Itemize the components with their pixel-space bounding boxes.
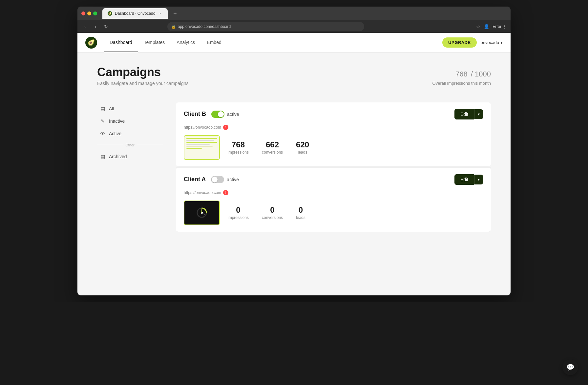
sidebar-item-inactive[interactable]: ✎ Inactive <box>97 115 163 127</box>
page-title: Campaigns <box>97 66 189 79</box>
spinner-svg <box>195 206 208 219</box>
url-text: app.onvocado.com/dashboard <box>178 24 231 29</box>
campaign-list: Client B active Edit ▾ <box>176 102 491 233</box>
close-window-button[interactable] <box>81 11 85 15</box>
stat-impressions-val-client-b: 768 <box>228 140 249 149</box>
nav-links: Dashboard Templates Analytics Embed <box>104 33 227 52</box>
campaign-body-client-a: 0 impressions 0 conversions 0 leads <box>184 201 483 225</box>
campaign-card-client-a: Client A active Edit ▾ <box>176 168 491 232</box>
url-text-client-b: https://onvocado.com <box>184 125 221 130</box>
sidebar-item-all[interactable]: ▤ All <box>97 102 163 115</box>
logo: 🥑 <box>85 37 97 49</box>
campaign-name-client-a: Client A <box>184 176 206 183</box>
edit-dropdown-client-b[interactable]: ▾ <box>474 109 483 119</box>
nav-analytics[interactable]: Analytics <box>171 33 201 52</box>
upgrade-button[interactable]: UPGRADE <box>442 37 477 48</box>
divider-label: Other <box>125 143 135 147</box>
page-title-section: Campaigns Easily navigate and manage you… <box>97 66 189 86</box>
stat-leads-client-b: 620 leads <box>296 140 309 155</box>
campaign-thumbnail-client-a[interactable] <box>184 201 220 225</box>
stat-leads-client-a: 0 leads <box>296 205 305 220</box>
page-header: Campaigns Easily navigate and manage you… <box>97 66 491 86</box>
campaign-actions-client-b: Edit ▾ <box>454 109 483 119</box>
campaign-url-client-b: https://onvocado.com ! <box>184 125 483 130</box>
thumb-line-5 <box>186 146 213 147</box>
impressions-counter: 768 / 1000 Overall Impressions this mont… <box>432 66 491 86</box>
profile-icon[interactable]: 👤 <box>484 24 489 29</box>
user-label: onvocado <box>481 40 499 45</box>
campaign-actions-client-a: Edit ▾ <box>454 174 483 185</box>
stat-leads-val-client-a: 0 <box>296 205 305 215</box>
stats-row-client-b: 768 impressions 662 conversions 620 lead… <box>228 140 309 155</box>
sidebar-item-archived[interactable]: ▤ Archived <box>97 150 163 163</box>
sidebar-label-all: All <box>109 106 114 111</box>
campaign-card-client-b: Client B active Edit ▾ <box>176 102 491 167</box>
tab-close-button[interactable]: × <box>158 11 162 16</box>
toggle-client-b[interactable] <box>211 111 224 118</box>
toggle-container-client-a: active <box>211 176 239 183</box>
stat-conversions-val-client-a: 0 <box>262 205 283 215</box>
toggle-label-client-a: active <box>227 177 239 182</box>
refresh-button[interactable]: ↻ <box>102 23 110 30</box>
sidebar-label-inactive: Inactive <box>109 118 125 124</box>
sidebar-item-active[interactable]: 👁 Active <box>97 127 163 140</box>
impressions-max: 1000 <box>475 70 491 78</box>
toggle-knob-client-a <box>212 177 218 182</box>
warning-icon-client-a: ! <box>223 190 228 195</box>
browser-tab[interactable]: 🥑 Dashboard · Onvocado × <box>102 8 168 19</box>
bookmark-icon[interactable]: ☆ <box>476 24 480 29</box>
new-tab-button[interactable]: + <box>170 9 179 18</box>
toggle-knob-client-b <box>218 111 224 117</box>
minimize-window-button[interactable] <box>87 11 91 15</box>
browser-controls: ☆ 👤 Error ⋮ <box>476 24 507 29</box>
warning-icon-client-b: ! <box>223 125 228 130</box>
error-indicator: Error ⋮ <box>493 24 507 29</box>
forward-button[interactable]: › <box>92 23 99 30</box>
stat-impressions-val-client-a: 0 <box>228 205 249 215</box>
traffic-lights <box>81 11 97 15</box>
user-menu[interactable]: onvocado ▾ <box>481 40 503 45</box>
url-text-client-a: https://onvocado.com <box>184 190 221 195</box>
maximize-window-button[interactable] <box>93 11 97 15</box>
url-bar[interactable]: 🔒 app.onvocado.com/dashboard <box>167 22 364 31</box>
edit-button-client-a[interactable]: Edit <box>454 174 474 185</box>
svg-line-3 <box>202 213 204 215</box>
stats-row-client-a: 0 impressions 0 conversions 0 leads <box>228 205 305 220</box>
archive-icon: ▤ <box>100 154 106 160</box>
thumb-line-2 <box>186 140 214 141</box>
toggle-client-a[interactable] <box>211 176 224 183</box>
main-content: Campaigns Easily navigate and manage you… <box>77 53 511 246</box>
browser-window: 🥑 Dashboard · Onvocado × + ‹ › ↻ 🔒 app.o… <box>77 7 511 295</box>
stat-impressions-client-a: 0 impressions <box>228 205 249 220</box>
list-icon: ▤ <box>100 106 106 112</box>
nav-embed[interactable]: Embed <box>201 33 227 52</box>
campaign-header-client-a: Client A active Edit ▾ <box>184 174 483 185</box>
tab-favicon: 🥑 <box>108 11 112 16</box>
nav-dashboard[interactable]: Dashboard <box>104 33 138 52</box>
thumbnail-inner-client-b <box>184 136 219 159</box>
stat-conversions-client-b: 662 conversions <box>262 140 283 155</box>
stat-conversions-client-a: 0 conversions <box>262 205 283 220</box>
back-button[interactable]: ‹ <box>81 23 89 30</box>
eye-icon: 👁 <box>100 131 106 137</box>
content-layout: ▤ All ✎ Inactive 👁 Active Other <box>97 102 491 233</box>
sidebar: ▤ All ✎ Inactive 👁 Active Other <box>97 102 163 233</box>
address-bar: ‹ › ↻ 🔒 app.onvocado.com/dashboard ☆ 👤 E… <box>77 20 511 33</box>
tab-title: Dashboard · Onvocado <box>115 11 155 16</box>
impressions-label: Overall Impressions this month <box>432 81 491 86</box>
thumb-line-3 <box>186 142 217 143</box>
edit-icon: ✎ <box>100 118 106 124</box>
thumb-line-6 <box>186 148 202 149</box>
user-dropdown-icon: ▾ <box>500 40 503 45</box>
top-nav: 🥑 Dashboard Templates Analytics Embed UP… <box>77 33 511 53</box>
stat-leads-label-client-b: leads <box>296 150 309 155</box>
stat-impressions-label-client-b: impressions <box>228 150 249 155</box>
campaign-body-client-b: 768 impressions 662 conversions 620 lead… <box>184 135 483 160</box>
edit-dropdown-client-a[interactable]: ▾ <box>474 175 483 184</box>
stat-leads-label-client-a: leads <box>296 215 305 220</box>
campaign-header-client-b: Client B active Edit ▾ <box>184 109 483 119</box>
campaign-name-client-b: Client B <box>184 111 206 118</box>
nav-templates[interactable]: Templates <box>138 33 171 52</box>
edit-button-client-b[interactable]: Edit <box>454 109 474 119</box>
campaign-thumbnail-client-b[interactable] <box>184 135 220 160</box>
